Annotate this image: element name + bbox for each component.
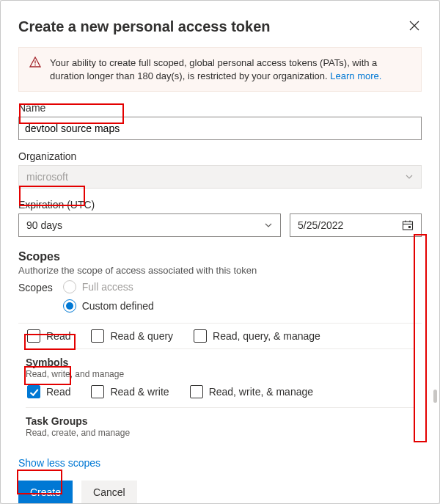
scope-task-groups-desc: Read, create, and manage bbox=[26, 428, 414, 438]
expiration-date-value: 5/25/2022 bbox=[298, 219, 343, 231]
name-label: Name bbox=[18, 102, 422, 114]
restriction-banner: Your ability to create full scoped, glob… bbox=[18, 47, 422, 92]
expiration-value: 90 days bbox=[26, 219, 62, 231]
scope-list: Read Read & query Read, query, & manage … bbox=[18, 323, 422, 447]
expiration-label: Expiration (UTC) bbox=[18, 199, 422, 211]
radio-custom-defined[interactable]: Custom defined bbox=[63, 299, 154, 313]
calendar-icon bbox=[402, 219, 414, 231]
scope-symbols-title: Symbols bbox=[26, 357, 414, 368]
check-generic-read-query-manage[interactable]: Read, query, & manage bbox=[194, 329, 320, 343]
organization-select: microsoft bbox=[18, 165, 422, 189]
pat-modal: Create a new personal access token Your … bbox=[0, 0, 440, 504]
create-button[interactable]: Create bbox=[18, 481, 73, 504]
chevron-down-icon bbox=[264, 221, 273, 230]
organization-value: microsoft bbox=[26, 171, 68, 183]
check-symbols-read-write[interactable]: Read & write bbox=[91, 385, 169, 398]
svg-rect-4 bbox=[403, 222, 413, 230]
radio-full-access: Full access bbox=[63, 280, 154, 293]
cancel-button[interactable]: Cancel bbox=[81, 481, 137, 504]
close-button[interactable] bbox=[407, 18, 422, 33]
banner-text: Your ability to create full scoped, glob… bbox=[50, 56, 411, 82]
organization-label: Organization bbox=[18, 150, 422, 162]
scopes-heading: Scopes bbox=[18, 250, 422, 263]
show-less-scopes-link[interactable]: Show less scopes bbox=[18, 457, 100, 469]
svg-rect-8 bbox=[408, 226, 411, 228]
close-icon bbox=[409, 21, 419, 31]
scope-mode-label: Scopes bbox=[18, 280, 53, 293]
expiration-select[interactable]: 90 days bbox=[18, 213, 281, 237]
name-input[interactable] bbox=[18, 117, 422, 140]
check-generic-read[interactable]: Read bbox=[27, 329, 70, 343]
scrollbar-thumb[interactable] bbox=[433, 390, 437, 403]
radio-icon bbox=[63, 280, 76, 293]
modal-title: Create a new personal access token bbox=[18, 18, 271, 35]
check-symbols-read[interactable]: Read bbox=[27, 385, 70, 398]
learn-more-link[interactable]: Learn more. bbox=[330, 70, 381, 81]
check-symbols-read-write-manage[interactable]: Read, write, & manage bbox=[190, 385, 313, 398]
chevron-down-icon bbox=[405, 172, 414, 181]
svg-point-3 bbox=[34, 65, 36, 66]
warning-icon bbox=[29, 56, 41, 82]
scopes-subheading: Authorize the scope of access associated… bbox=[18, 265, 422, 276]
check-generic-read-query[interactable]: Read & query bbox=[91, 329, 173, 343]
scope-task-groups-title: Task Groups bbox=[26, 415, 414, 427]
radio-icon bbox=[63, 299, 76, 313]
scope-symbols-desc: Read, write, and manage bbox=[26, 369, 414, 379]
expiration-date-input[interactable]: 5/25/2022 bbox=[290, 213, 422, 237]
